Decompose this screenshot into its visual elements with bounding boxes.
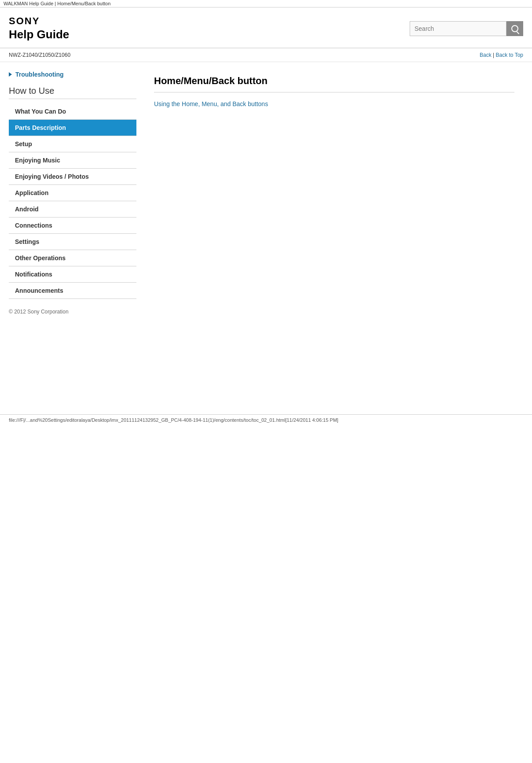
- sidebar-item-setup[interactable]: Setup: [9, 136, 136, 152]
- model-number: NWZ-Z1040/Z1050/Z1060: [9, 52, 70, 58]
- title-bar-text: WALKMAN Help Guide | Home/Menu/Back butt…: [4, 1, 110, 6]
- header: SONY Help Guide: [0, 7, 532, 48]
- sony-logo: SONY: [9, 15, 69, 27]
- header-left: SONY Help Guide: [9, 15, 69, 41]
- sidebar-item-other-operations[interactable]: Other Operations: [9, 250, 136, 266]
- how-to-use-heading: How to Use: [9, 86, 136, 99]
- footer-text: file:///F|/...and%20Settings/editoralaya…: [9, 417, 338, 423]
- sidebar-item-announcements[interactable]: Announcements: [9, 283, 136, 299]
- sidebar-items: What You Can DoParts DescriptionSetupEnj…: [9, 103, 136, 299]
- search-icon: [511, 25, 518, 32]
- troubleshooting-label: Troubleshooting: [15, 71, 64, 78]
- search-input[interactable]: [410, 21, 506, 36]
- search-area: [410, 21, 523, 36]
- sub-header: NWZ-Z1040/Z1050/Z1060 Back | Back to Top: [0, 48, 532, 62]
- sidebar-item-what-you-can-do[interactable]: What You Can Do: [9, 103, 136, 120]
- sidebar-item-enjoying-music[interactable]: Enjoying Music: [9, 152, 136, 169]
- sidebar-item-parts-description[interactable]: Parts Description: [9, 120, 136, 136]
- troubleshooting-link[interactable]: Troubleshooting: [9, 71, 136, 78]
- title-bar: WALKMAN Help Guide | Home/Menu/Back butt…: [0, 0, 532, 7]
- sidebar-item-settings[interactable]: Settings: [9, 234, 136, 250]
- main-layout: Troubleshooting How to Use What You Can …: [0, 62, 532, 414]
- back-link[interactable]: Back: [480, 52, 492, 58]
- sidebar-item-notifications[interactable]: Notifications: [9, 266, 136, 283]
- content: Home/Menu/Back button Using the Home, Me…: [136, 62, 532, 414]
- sidebar-item-application[interactable]: Application: [9, 185, 136, 201]
- copyright: © 2012 Sony Corporation: [9, 309, 136, 315]
- sidebar-item-enjoying-videos-photos[interactable]: Enjoying Videos / Photos: [9, 169, 136, 185]
- nav-links: Back | Back to Top: [480, 52, 523, 58]
- separator: |: [493, 52, 494, 58]
- footer: file:///F|/...and%20Settings/editoralaya…: [0, 414, 532, 425]
- search-button[interactable]: [506, 21, 523, 36]
- page-title: Home/Menu/Back button: [154, 75, 514, 92]
- help-guide-title: Help Guide: [9, 28, 69, 41]
- sidebar: Troubleshooting How to Use What You Can …: [0, 62, 136, 414]
- sidebar-item-connections[interactable]: Connections: [9, 217, 136, 234]
- back-to-top-link[interactable]: Back to Top: [496, 52, 523, 58]
- sidebar-item-android[interactable]: Android: [9, 201, 136, 217]
- content-link[interactable]: Using the Home, Menu, and Back buttons: [154, 100, 268, 107]
- chevron-right-icon: [9, 72, 12, 77]
